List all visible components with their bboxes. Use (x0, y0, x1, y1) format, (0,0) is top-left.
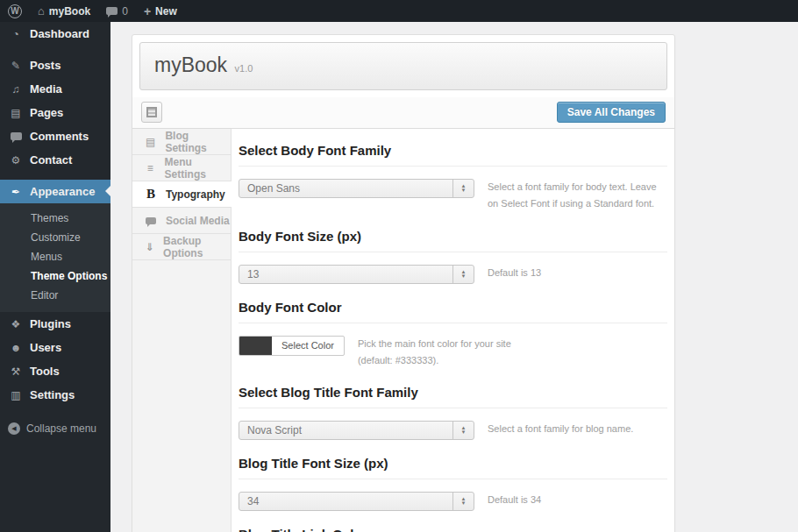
tab-typography[interactable]: BTypography (132, 181, 232, 208)
tab-label: Menu Settings (165, 156, 231, 181)
settings-icon: ▥ (8, 389, 24, 401)
sidebar-item-appearance[interactable]: ✒Appearance (0, 180, 110, 203)
sidebar-item-comments[interactable]: Comments (0, 124, 110, 148)
submenu-item-theme-options[interactable]: Theme Options (0, 266, 110, 286)
panel-toolbar: Save All Changes (132, 97, 674, 129)
sidebar-item-label: Tools (30, 365, 60, 378)
sidebar-item-pages[interactable]: ▤Pages (0, 101, 110, 124)
social-media-icon (143, 215, 159, 227)
wp-logo-menu[interactable]: W (0, 0, 30, 22)
layout-toggle-button[interactable] (141, 102, 162, 123)
menu-settings-icon: ≡ (143, 162, 158, 174)
section-body-font-color: Body Font ColorSelect ColorPick the main… (239, 300, 667, 370)
help-text: Select a font family for body text. Leav… (488, 179, 667, 213)
section-heading: Body Font Color (239, 300, 667, 323)
select-blog-title-font-family-select[interactable]: Nova Script▲▼ (239, 421, 474, 440)
plus-icon: + (144, 4, 151, 18)
panel-header: myBook v1.0 (139, 42, 667, 90)
sidebar-item-label: Dashboard (30, 27, 89, 40)
stepper-icon: ▲▼ (452, 180, 474, 197)
section-select-body-font-family: Select Body Font FamilyOpen Sans▲▼Select… (239, 143, 667, 213)
tab-backup-options[interactable]: ⇓Backup Options (132, 234, 231, 260)
admin-sidebar: ◔Dashboard✎Posts♫Media▤PagesComments⚙Con… (0, 22, 110, 532)
section-heading: Blog Title Font Size (px) (239, 456, 667, 479)
plugins-icon: ❖ (8, 318, 24, 330)
comments-icon (8, 131, 24, 143)
sidebar-item-label: Comments (30, 130, 89, 143)
control-row: Open Sans▲▼Select a font family for body… (239, 179, 667, 213)
typography-icon: B (143, 187, 159, 202)
home-icon: ⌂ (38, 4, 45, 18)
sidebar-item-dashboard[interactable]: ◔Dashboard (0, 22, 110, 46)
sidebar-item-label: Media (30, 82, 62, 96)
select-value: 34 (239, 495, 452, 507)
body-font-size-px--select[interactable]: 13▲▼ (239, 265, 474, 284)
tab-label: Blog Settings (165, 130, 231, 154)
backup-options-icon: ⇓ (143, 241, 156, 253)
sidebar-item-users[interactable]: ☻Users (0, 336, 110, 359)
contact-icon: ⚙ (8, 154, 24, 167)
stepper-icon: ▲▼ (452, 422, 474, 439)
control-row: 34▲▼Default is 34 (239, 492, 667, 511)
sidebar-item-label: Contact (30, 153, 72, 167)
dashboard-icon: ◔ (8, 28, 24, 40)
sidebar-item-contact[interactable]: ⚙Contact (0, 148, 110, 172)
sidebar-item-label: Plugins (30, 317, 71, 330)
appearance-icon: ✒ (8, 186, 24, 198)
sidebar-item-media[interactable]: ♫Media (0, 77, 110, 101)
collapse-arrow-icon: ◀ (8, 422, 20, 435)
blog-settings-icon: ▤ (143, 136, 158, 148)
tab-label: Social Media (166, 215, 230, 227)
collapse-menu-label: Collapse menu (26, 422, 96, 435)
collapse-menu-button[interactable]: ◀ Collapse menu (0, 422, 110, 435)
tab-blog-settings[interactable]: ▤Blog Settings (132, 129, 231, 155)
help-text: Pick the main font color for your site (… (358, 336, 538, 370)
sidebar-item-tools[interactable]: ⚒Tools (0, 359, 110, 383)
blog-title-font-size-px--select[interactable]: 34▲▼ (239, 492, 474, 511)
section-body-font-size-px-: Body Font Size (px)13▲▼Default is 13 (239, 229, 667, 284)
section-blog-title-link-color: Blog Title Link ColorSelect ColorPick th… (239, 527, 667, 532)
wordpress-logo-icon: W (8, 4, 22, 18)
sidebar-item-label: Pages (30, 106, 63, 119)
select-value: Open Sans (239, 182, 452, 195)
sidebar-item-label: Users (30, 341, 61, 354)
site-link[interactable]: ⌂ myBook (30, 0, 98, 22)
sidebar-item-plugins[interactable]: ❖Plugins (0, 312, 110, 336)
control-row: 13▲▼Default is 13 (239, 265, 667, 284)
stepper-icon: ▲▼ (452, 493, 474, 510)
sidebar-item-label: Appearance (30, 185, 95, 198)
color-swatch (239, 337, 272, 355)
save-all-changes-button[interactable]: Save All Changes (557, 102, 666, 123)
control-row: Select ColorPick the main font color for… (239, 336, 667, 370)
select-value: 13 (239, 268, 452, 280)
tab-menu-settings[interactable]: ≡Menu Settings (132, 155, 231, 181)
settings-tabs: ▤Blog Settings≡Menu SettingsBTypographyS… (132, 129, 232, 532)
appearance-submenu: ThemesCustomizeMenusTheme OptionsEditor (0, 203, 110, 312)
comment-bubble-icon (106, 7, 118, 15)
layout-icon (146, 107, 157, 117)
body-font-color-picker-button[interactable]: Select Color (239, 336, 345, 356)
panel-title: myBook (154, 53, 227, 76)
submenu-item-editor[interactable]: Editor (0, 286, 110, 305)
sidebar-item-posts[interactable]: ✎Posts (0, 53, 110, 77)
submenu-item-themes[interactable]: Themes (0, 209, 110, 228)
new-content-menu[interactable]: + New (136, 0, 185, 22)
panel-version: v1.0 (235, 63, 253, 74)
comments-shortcut[interactable]: 0 (98, 0, 136, 22)
sidebar-item-settings[interactable]: ▥Settings (0, 383, 110, 407)
submenu-item-menus[interactable]: Menus (0, 247, 110, 266)
sidebar-item-label: Posts (30, 59, 61, 72)
tab-social-media[interactable]: Social Media (132, 208, 231, 234)
control-row: Nova Script▲▼Select a font family for bl… (239, 421, 667, 440)
section-blog-title-font-size-px-: Blog Title Font Size (px)34▲▼Default is … (239, 456, 667, 511)
stepper-icon: ▲▼ (452, 266, 474, 283)
typography-settings-content: Select Body Font FamilyOpen Sans▲▼Select… (232, 129, 674, 532)
media-icon: ♫ (8, 83, 24, 96)
select-body-font-family-select[interactable]: Open Sans▲▼ (239, 179, 474, 198)
help-text: Select a font family for blog name. (488, 421, 667, 437)
pages-icon: ▤ (8, 107, 24, 119)
theme-options-panel: myBook v1.0 Save All Changes ▤Blog Setti… (132, 34, 675, 532)
section-heading: Select Blog Title Font Family (239, 385, 667, 408)
submenu-item-customize[interactable]: Customize (0, 228, 110, 247)
tab-label: Backup Options (163, 235, 231, 259)
